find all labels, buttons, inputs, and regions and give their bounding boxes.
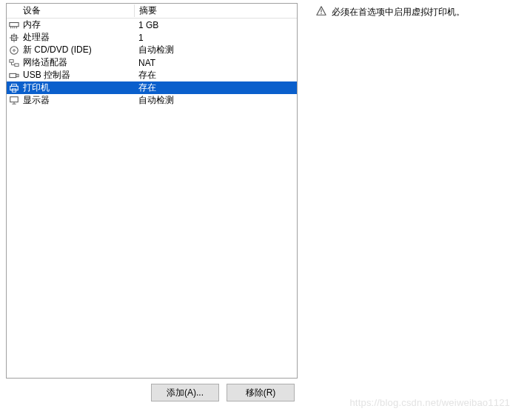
svg-point-12 xyxy=(13,49,16,51)
device-row[interactable]: 新 CD/DVD (IDE)自动检测 xyxy=(7,44,297,56)
svg-rect-22 xyxy=(10,96,19,101)
svg-rect-5 xyxy=(12,35,17,40)
device-cell: 处理器 xyxy=(7,31,134,44)
summary-cell: 1 xyxy=(134,33,297,43)
watermark-text: https://blog.csdn.net/weiweibao1121 xyxy=(349,397,510,408)
svg-rect-6 xyxy=(13,36,16,39)
device-row[interactable]: 内存1 GB xyxy=(7,19,297,31)
column-headers: 设备 摘要 xyxy=(7,4,297,19)
header-summary[interactable]: 摘要 xyxy=(134,4,297,17)
svg-rect-14 xyxy=(15,63,19,66)
svg-point-26 xyxy=(321,13,322,15)
device-label: 显示器 xyxy=(23,94,50,107)
network-icon xyxy=(8,57,20,69)
remove-button[interactable]: 移除(R) xyxy=(227,384,295,401)
device-row[interactable]: USB 控制器存在 xyxy=(7,69,297,81)
device-row[interactable]: 网络适配器NAT xyxy=(7,56,297,69)
device-label: 处理器 xyxy=(23,31,50,44)
device-label: USB 控制器 xyxy=(23,69,70,81)
svg-rect-0 xyxy=(10,22,19,26)
svg-point-11 xyxy=(10,46,19,54)
cpu-icon xyxy=(8,32,20,44)
summary-cell: 1 GB xyxy=(134,20,297,30)
device-cell: 内存 xyxy=(7,19,134,31)
device-list: 内存1 GB处理器1新 CD/DVD (IDE)自动检测网络适配器NATUSB … xyxy=(7,19,297,107)
cd-icon xyxy=(8,44,20,56)
usb-icon xyxy=(8,70,20,81)
summary-cell: 存在 xyxy=(134,69,297,81)
hardware-panel: 设备 摘要 内存1 GB处理器1新 CD/DVD (IDE)自动检测网络适配器N… xyxy=(6,3,298,379)
summary-cell: 自动检测 xyxy=(134,94,297,107)
device-cell: 新 CD/DVD (IDE) xyxy=(7,44,134,56)
summary-cell: 存在 xyxy=(134,81,297,94)
device-cell: USB 控制器 xyxy=(7,69,134,81)
device-cell: 打印机 xyxy=(7,81,134,94)
svg-rect-13 xyxy=(10,59,13,62)
device-row[interactable]: 打印机存在 xyxy=(7,81,297,94)
svg-rect-15 xyxy=(10,73,16,77)
summary-cell: NAT xyxy=(134,58,297,68)
display-icon xyxy=(8,95,20,107)
add-button[interactable]: 添加(A)... xyxy=(151,384,219,401)
device-row[interactable]: 显示器自动检测 xyxy=(7,94,297,107)
device-label: 新 CD/DVD (IDE) xyxy=(23,44,92,56)
device-row[interactable]: 处理器1 xyxy=(7,31,297,44)
device-label: 内存 xyxy=(23,19,41,31)
device-label: 打印机 xyxy=(23,81,50,94)
info-note: 必须在首选项中启用虚拟打印机。 xyxy=(315,3,465,379)
warning-icon xyxy=(315,5,327,17)
svg-rect-20 xyxy=(10,86,19,90)
memory-icon xyxy=(8,19,20,31)
device-cell: 网络适配器 xyxy=(7,56,134,69)
device-cell: 显示器 xyxy=(7,94,134,107)
device-label: 网络适配器 xyxy=(23,56,67,69)
printer-icon xyxy=(8,82,20,94)
summary-cell: 自动检测 xyxy=(134,44,297,56)
header-device[interactable]: 设备 xyxy=(7,4,134,17)
info-note-text: 必须在首选项中启用虚拟打印机。 xyxy=(332,6,465,19)
